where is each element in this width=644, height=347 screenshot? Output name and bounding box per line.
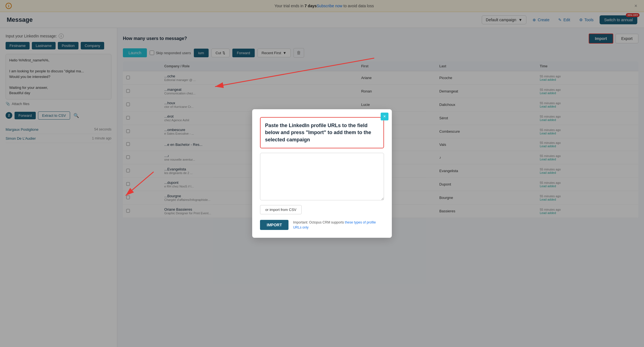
modal-note: Important: Octopus CRM supports these ty…	[293, 220, 384, 230]
modal-close-button[interactable]: ×	[381, 113, 388, 120]
modal-overlay[interactable]: × Paste the LinkedIn profile URLs to the…	[0, 0, 644, 347]
url-input-textarea[interactable]	[260, 153, 384, 200]
modal-footer: IMPORT Important: Octopus CRM supports t…	[260, 220, 384, 230]
modal-import-button[interactable]: IMPORT	[260, 220, 288, 230]
import-modal: × Paste the LinkedIn profile URLs to the…	[252, 109, 392, 238]
import-csv-button[interactable]: or import from CSV	[260, 205, 302, 214]
modal-title: Paste the LinkedIn profile URLs to the f…	[260, 117, 384, 148]
